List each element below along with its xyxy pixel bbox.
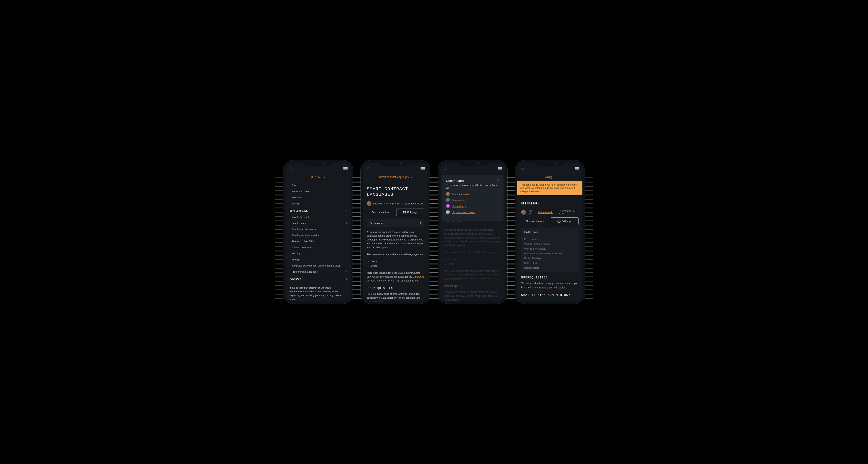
external-link-icon: ↗ — [402, 203, 403, 205]
avatar — [446, 198, 450, 202]
app-bar — [363, 164, 428, 174]
avatar: T — [446, 204, 450, 208]
section-heading: PREREQUISITES — [444, 284, 501, 288]
app-bar — [517, 164, 582, 174]
close-icon[interactable]: ✕ — [496, 179, 499, 182]
breadcrumb-label: Mining — [545, 176, 552, 179]
blocks-link[interactable]: blocks — [558, 286, 565, 288]
list-item: Solidity — [371, 259, 424, 263]
transactions-link[interactable]: transactions — [538, 286, 552, 288]
toc-item[interactable]: How Etherum transactions are mined — [521, 251, 579, 256]
toc-item[interactable]: Related Topics — [521, 266, 579, 270]
ethereum-logo-icon — [443, 166, 447, 171]
nav-item[interactable]: Networks — [286, 194, 351, 200]
paragraph: The two most active and maintained langu… — [367, 253, 424, 256]
breadcrumb[interactable]: Mining — [517, 174, 582, 181]
external-link-icon: ↗ — [555, 211, 557, 213]
nav-item[interactable]: Ethereum client APIs — [286, 238, 351, 244]
chevron-right-icon — [345, 222, 347, 224]
paragraph: More experienced developers also might w… — [444, 269, 501, 281]
intro-paragraph: If this is your first attempt at Ethereu… — [286, 284, 351, 302]
nav-panel: Gas Nodes and clients Networks Mining Et… — [286, 181, 351, 282]
contributor-link[interactable]: @hrkrshnn↗ — [452, 205, 466, 208]
chevron-right-icon — [420, 222, 421, 224]
contributor-link[interactable]: @ryancreatescopy↗ — [452, 211, 475, 214]
nav-item[interactable]: Programming languages — [286, 269, 351, 275]
toc-item[interactable]: Related Tools — [521, 261, 579, 266]
menu-icon[interactable] — [575, 167, 579, 170]
paragraph: Previous knowledge of programming langua… — [367, 292, 424, 302]
nav-item[interactable]: Intro to the stack — [286, 214, 351, 220]
see-contributors-button[interactable]: See contributors — [367, 209, 394, 216]
phone-frame-4: Mining This page needs help! If you're a… — [515, 160, 585, 304]
breadcrumb-label: README — [311, 176, 322, 179]
edit-page-button[interactable]: Edit page — [551, 217, 579, 225]
section-heading: WHAT IS ETHEREUM MINING? — [521, 293, 579, 297]
toc-toggle[interactable]: On this page — [521, 228, 579, 236]
nav-item[interactable]: Development frameworks — [286, 232, 351, 238]
nav-item[interactable]: Nodes and clients — [286, 188, 351, 194]
breadcrumb[interactable]: Smart contract languages — [363, 174, 428, 181]
ethereum-logo-icon — [520, 166, 525, 171]
menu-icon[interactable] — [421, 167, 425, 170]
chevron-right-icon — [345, 247, 347, 248]
menu-icon[interactable] — [343, 167, 348, 170]
nav-item[interactable]: Data and analytics — [286, 244, 351, 250]
see-contributors-button[interactable]: See contributors — [521, 217, 549, 225]
paragraph: A great aspect about Ethereum is that sm… — [367, 230, 424, 250]
toc-item[interactable]: Prerequisites — [521, 237, 579, 242]
contributor-link[interactable]: @franzihei↗ — [452, 199, 466, 202]
breadcrumb[interactable]: README — [286, 174, 351, 181]
toc-item[interactable]: What is Ethereum mining? — [521, 242, 579, 246]
avatar — [521, 210, 526, 215]
contributor-link[interactable]: @samajammin↗ — [452, 193, 471, 195]
paragraph: The two most active and maintained langu… — [444, 250, 501, 254]
github-icon — [403, 211, 406, 214]
contributor-row: @ryancreatescopy↗ — [446, 210, 499, 214]
language-list: Solidity Vyper — [444, 257, 501, 266]
page-title: MINING — [517, 195, 582, 207]
editor-link[interactable]: @samajammin — [384, 202, 400, 205]
paragraph: More experienced developers also might w… — [367, 271, 424, 283]
menu-icon[interactable] — [498, 167, 502, 170]
chevron-right-icon — [410, 176, 412, 178]
phone-frame-2: Smart contract languages SMART CONTRACT … — [361, 160, 430, 304]
paragraph: To better understand this page, we recom… — [521, 281, 579, 289]
section-heading: PREREQUISITES — [521, 276, 579, 279]
avatar — [367, 201, 372, 206]
github-icon — [557, 220, 560, 223]
nav-item[interactable]: Smart contracts — [286, 220, 351, 226]
chevron-down-icon — [323, 176, 325, 178]
nav-item[interactable]: Security — [286, 250, 351, 256]
editor-link[interactable]: @samajammin — [538, 211, 553, 214]
contributors-modal: Contributors ✕ Everyone who has contribu… — [442, 175, 503, 221]
section-heading: PREREQUISITES — [367, 286, 424, 290]
nav-item[interactable]: Gas — [286, 182, 351, 188]
edit-page-button[interactable]: Edit page — [396, 209, 424, 216]
app-bar — [440, 164, 505, 174]
nav-group-header[interactable]: Ethereum stack — [286, 207, 351, 214]
toc-panel: On this page Prerequisites What is Ether… — [521, 228, 579, 272]
phone-frame-3: Contributors ✕ Everyone who has contribu… — [438, 160, 507, 304]
list-item: Vyper — [371, 264, 424, 268]
chevron-right-icon — [554, 176, 555, 178]
chevron-down-icon — [345, 210, 347, 211]
chevron-right-icon — [345, 241, 347, 242]
last-edit-meta: Last edit: @samajammin↗ , October 8, 202… — [363, 198, 428, 209]
chevron-right-icon — [345, 278, 347, 280]
nav-item[interactable]: Development networks — [286, 226, 351, 232]
toc-item[interactable]: Further Reading — [521, 256, 579, 261]
nav-item[interactable]: Storage — [286, 256, 351, 262]
contributor-row: @franzihei↗ — [446, 198, 499, 202]
language-list: Solidity Vyper — [367, 259, 424, 268]
paragraph: A great aspect about Ethereum is that sm… — [444, 228, 501, 247]
nav-item[interactable]: Integrated Development Environments (IDE… — [286, 262, 351, 269]
ethereum-logo-icon — [366, 166, 370, 171]
app-bar — [286, 164, 351, 174]
toc-item[interactable]: Why do miners exist? — [521, 246, 579, 251]
nav-group-header[interactable]: Advanced — [286, 275, 351, 282]
toc-toggle[interactable]: On this page — [367, 219, 424, 227]
modal-title: Contributors — [446, 179, 464, 183]
ethereum-logo-icon — [289, 166, 293, 171]
nav-item[interactable]: Mining — [286, 200, 351, 207]
